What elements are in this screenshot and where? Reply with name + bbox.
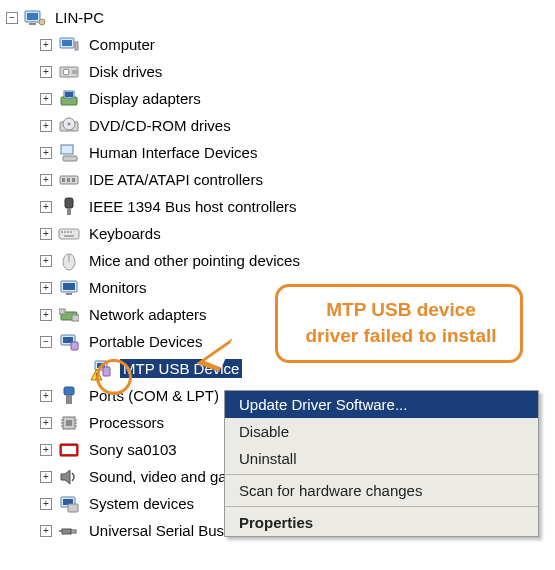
computer-root-icon xyxy=(24,7,46,29)
svg-rect-63 xyxy=(71,530,76,533)
collapse-icon[interactable]: − xyxy=(6,12,18,24)
svg-point-15 xyxy=(68,122,71,125)
tree-item-label: Human Interface Devices xyxy=(86,143,260,162)
ctx-uninstall[interactable]: Uninstall xyxy=(225,445,538,472)
sound-icon xyxy=(58,466,80,488)
dvd-icon xyxy=(58,115,80,137)
expand-icon[interactable]: + xyxy=(40,39,52,51)
tree-item-display-adapters[interactable]: + Display adapters xyxy=(6,85,555,112)
svg-rect-6 xyxy=(75,42,78,50)
svg-rect-5 xyxy=(62,40,72,46)
svg-rect-19 xyxy=(62,178,65,182)
callout-line2: driver failed to install xyxy=(296,323,506,349)
svg-rect-20 xyxy=(67,178,70,182)
expand-icon[interactable]: + xyxy=(40,498,52,510)
expand-icon[interactable]: + xyxy=(40,174,52,186)
expand-icon[interactable]: + xyxy=(40,390,52,402)
ieee-icon xyxy=(58,196,80,218)
hid-icon xyxy=(58,142,80,164)
ctx-update-driver[interactable]: Update Driver Software... xyxy=(225,391,538,418)
tree-item-label: Portable Devices xyxy=(86,332,205,351)
svg-rect-47 xyxy=(66,395,72,404)
expand-icon[interactable]: + xyxy=(40,417,52,429)
svg-rect-33 xyxy=(63,283,75,290)
svg-rect-37 xyxy=(72,315,79,321)
expand-icon[interactable]: + xyxy=(40,228,52,240)
svg-rect-9 xyxy=(72,70,77,74)
svg-rect-28 xyxy=(70,231,72,233)
svg-rect-17 xyxy=(63,156,77,161)
ctx-disable[interactable]: Disable xyxy=(225,418,538,445)
tree-item-ieee1394[interactable]: + IEEE 1394 Bus host controllers xyxy=(6,193,555,220)
svg-rect-16 xyxy=(61,145,73,154)
tree-item-label: Ports (COM & LPT) xyxy=(86,386,222,405)
svg-text:!: ! xyxy=(95,371,98,381)
tree-item-label: Sony sa0103 xyxy=(86,440,180,459)
svg-rect-46 xyxy=(64,387,74,395)
expand-icon[interactable]: + xyxy=(40,525,52,537)
svg-rect-26 xyxy=(64,231,66,233)
svg-rect-21 xyxy=(72,178,75,182)
tree-item-label: Processors xyxy=(86,413,167,432)
svg-rect-49 xyxy=(66,420,72,426)
context-menu: Update Driver Software... Disable Uninst… xyxy=(224,390,539,537)
svg-point-3 xyxy=(39,19,45,25)
monitor-icon xyxy=(58,277,80,299)
svg-rect-34 xyxy=(66,293,72,295)
svg-rect-23 xyxy=(67,208,71,215)
svg-rect-12 xyxy=(65,92,73,97)
tree-item-label: DVD/CD-ROM drives xyxy=(86,116,234,135)
expand-icon[interactable]: + xyxy=(40,309,52,321)
annotation-callout: MTP USB device driver failed to install xyxy=(275,284,523,363)
tree-item-computer[interactable]: + Computer xyxy=(6,31,555,58)
network-icon xyxy=(58,304,80,326)
expand-icon[interactable]: + xyxy=(40,93,52,105)
ctx-separator xyxy=(225,506,538,507)
ctx-properties[interactable]: Properties xyxy=(225,509,538,536)
expand-icon[interactable]: + xyxy=(40,147,52,159)
expand-icon[interactable]: + xyxy=(40,471,52,483)
keyboard-icon xyxy=(58,223,80,245)
expand-icon[interactable]: + xyxy=(40,66,52,78)
ctx-scan-hardware[interactable]: Scan for hardware changes xyxy=(225,477,538,504)
svg-rect-43 xyxy=(103,367,110,376)
svg-point-8 xyxy=(63,69,69,75)
callout-line1: MTP USB device xyxy=(296,297,506,323)
expand-icon[interactable]: + xyxy=(40,282,52,294)
svg-rect-36 xyxy=(59,309,65,314)
ports-icon xyxy=(58,385,80,407)
ide-icon xyxy=(58,169,80,191)
tree-item-dvd[interactable]: + DVD/CD-ROM drives xyxy=(6,112,555,139)
expand-icon[interactable]: + xyxy=(40,255,52,267)
tree-item-mice[interactable]: + Mice and other pointing devices xyxy=(6,247,555,274)
svg-rect-25 xyxy=(61,231,63,233)
svg-rect-57 xyxy=(62,446,76,454)
tree-item-keyboards[interactable]: + Keyboards xyxy=(6,220,555,247)
svg-rect-22 xyxy=(65,198,73,208)
tree-item-label: IEEE 1394 Bus host controllers xyxy=(86,197,300,216)
tree-item-label: Disk drives xyxy=(86,62,165,81)
usb-icon xyxy=(58,520,80,542)
disk-icon xyxy=(58,61,80,83)
tree-root-label: LIN-PC xyxy=(52,8,107,27)
collapse-icon[interactable]: − xyxy=(40,336,52,348)
expand-icon[interactable]: + xyxy=(40,201,52,213)
tree-root-node[interactable]: − LIN-PC xyxy=(6,4,555,31)
tree-item-label: Network adapters xyxy=(86,305,210,324)
svg-rect-61 xyxy=(68,504,78,512)
tree-item-label: Computer xyxy=(86,35,158,54)
system-icon xyxy=(58,493,80,515)
tree-item-ide[interactable]: + IDE ATA/ATAPI controllers xyxy=(6,166,555,193)
expand-icon[interactable]: + xyxy=(40,444,52,456)
tree-item-hid[interactable]: + Human Interface Devices xyxy=(6,139,555,166)
ctx-separator xyxy=(225,474,538,475)
svg-marker-58 xyxy=(61,470,70,484)
svg-rect-24 xyxy=(59,229,79,239)
svg-rect-40 xyxy=(71,342,78,350)
sony-icon xyxy=(58,439,80,461)
tree-item-label: Keyboards xyxy=(86,224,164,243)
svg-rect-2 xyxy=(29,23,36,25)
tree-item-disk-drives[interactable]: + Disk drives xyxy=(6,58,555,85)
cpu-icon xyxy=(58,412,80,434)
expand-icon[interactable]: + xyxy=(40,120,52,132)
